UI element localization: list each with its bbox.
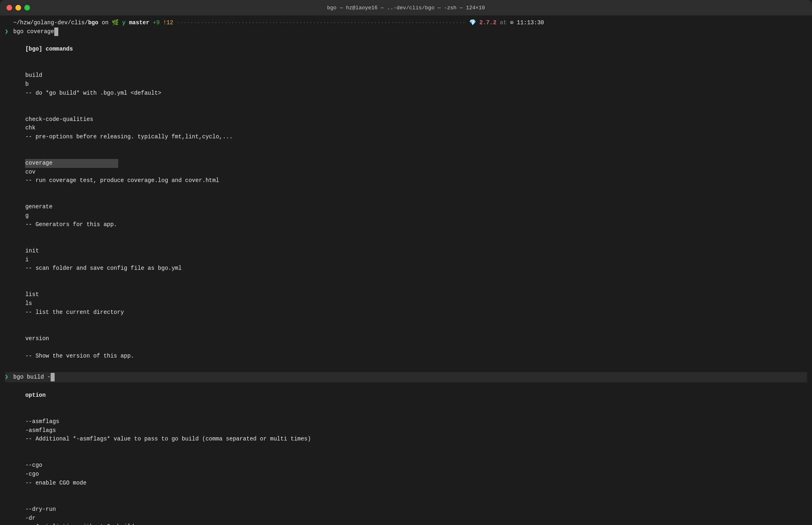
cmd-row-coverage: coverage cov -- run coverage test, produ… [5,150,807,194]
prompt-branch-icon: 🌿 ƴ [112,19,129,28]
window-title: bgo — hz@laoye16 — ..-dev/clis/bgo — -zs… [327,5,485,11]
cmd-row-check: check-code-qualities chk -- pre-options … [5,106,807,150]
prompt-line-1: ~/hzw/golang-dev/clis/bgo on 🌿 ƴ master … [5,19,807,28]
cmd-cursor-1 [54,28,58,36]
cmd-text-2: bgo build - [10,373,51,382]
prompt-dots: ········································… [173,19,466,28]
prompt-time: 11:13:30 [517,19,544,28]
minimize-button[interactable] [15,5,21,11]
opt-asmflags: --asmflags -asmflags -- Additional *-asm… [5,409,807,452]
terminal-window: bgo — hz@laoye16 — ..-dev/clis/bgo — -zs… [0,0,812,525]
cmd-line-2: ❯ bgo build - [5,372,807,383]
cmd-prompt-1: ❯ [5,28,8,36]
prompt-git-plus: +9 [149,19,159,28]
cmd-line-1: ❯ bgo coverage [5,28,807,36]
cmd-row-build: build b -- do *go build* with .bgo.yml <… [5,62,807,106]
cmd-row-version: version -- Show the version of this app. [5,326,807,369]
prompt-path-bold: bgo [88,19,98,28]
close-button[interactable] [6,5,12,11]
opt-dry-run: --dry-run -dr -- Just listing without Go… [5,496,807,525]
prompt-path-prefix: ~/hzw/golang-dev/clis/ [13,19,88,28]
prompt-clock: ⊙ [510,19,517,28]
opt-cgo: --cgo -cgo -- enable CGO mode [5,453,807,496]
titlebar: bgo — hz@laoye16 — ..-dev/clis/bgo — -zs… [0,0,812,15]
cmd-row-list: list ls -- list the current directory [5,282,807,326]
prompt-ruby-icon: 💎 [466,19,480,28]
terminal-body[interactable]: ~/hzw/golang-dev/clis/bgo on 🌿 ƴ master … [0,15,812,525]
prompt-git-excl: !12 [159,19,173,28]
commands-header: [bgo] commands [5,36,807,62]
traffic-lights [6,5,30,11]
cmd-text-1: bgo coverage [10,28,54,36]
cmd-row-init: init i -- scan folder and save config fi… [5,238,807,282]
cmd-row-generate: generate g -- Generators for this app. [5,194,807,238]
prompt-version: 2.7.2 [479,19,496,28]
cmd-cursor-2 [51,373,55,382]
prompt-branch-name: master [129,19,149,28]
options-header: option [5,382,807,409]
maximize-button[interactable] [24,5,30,11]
cmd-prompt-2: ❯ [5,373,8,382]
prompt-on: on [98,19,112,28]
prompt-icon [5,19,12,28]
prompt-at: at [496,19,510,28]
